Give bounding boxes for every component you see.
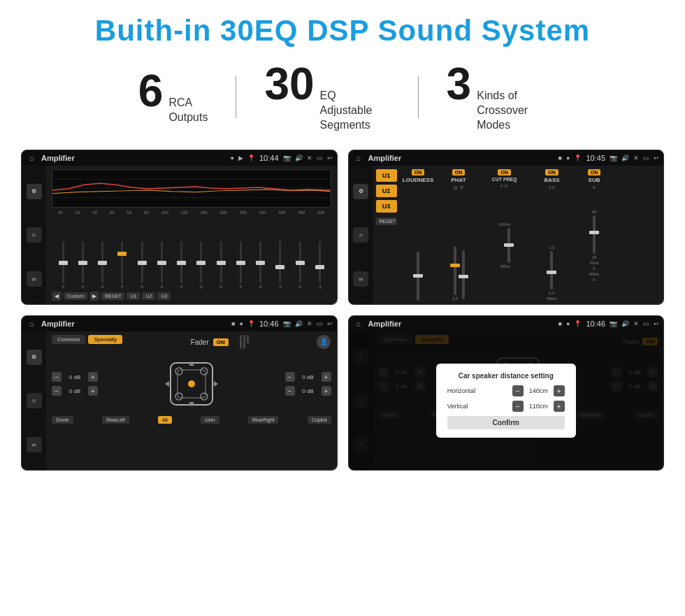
person-icon-btn[interactable]: 👤	[317, 335, 331, 349]
cx-icon-2[interactable]: ≋	[353, 227, 368, 243]
rect-icon-2: ▭	[643, 155, 649, 162]
fd-icon-3[interactable]: ⇄	[27, 437, 42, 452]
screen2-title: Amplifier	[368, 154, 554, 162]
eq-icon-1[interactable]: ⚙	[27, 184, 42, 199]
eq-slider-1[interactable]: 0	[57, 241, 68, 289]
dot-icon-3: ●	[240, 320, 243, 327]
eq-screen: ⚙ ≋ ⇄	[22, 166, 337, 304]
back-icon-4[interactable]: ↩	[654, 320, 659, 327]
cutfreq-slider[interactable]	[507, 228, 510, 263]
u3-crossover-btn[interactable]: U3	[376, 200, 397, 213]
u1-crossover-btn[interactable]: U1	[376, 169, 397, 182]
channel-sub: ON SUB G 20	[575, 169, 614, 301]
copilot-btn-3[interactable]: Copilot	[308, 416, 331, 424]
rearright-btn-3[interactable]: RearRight	[248, 416, 279, 424]
crossover-reset-btn[interactable]: RESET	[376, 217, 397, 225]
fd-icon-2[interactable]: ≋	[27, 393, 42, 408]
pin-icon-3: 📍	[247, 320, 255, 327]
phat-f-slider[interactable]	[462, 250, 465, 299]
eq-slider-7[interactable]: 0	[176, 241, 187, 289]
fader-on-badge: ON	[213, 338, 229, 346]
eq-slider-9[interactable]: 0	[215, 241, 226, 289]
eq-slider-14[interactable]: -1	[314, 241, 325, 289]
screen3-time: 10:46	[259, 320, 279, 328]
eq-slider-8[interactable]: 0	[196, 241, 207, 289]
cx-icon-1[interactable]: ⚙	[353, 184, 368, 199]
horizontal-plus-btn[interactable]: +	[554, 385, 565, 396]
sub-slider[interactable]	[593, 215, 596, 254]
left-top-minus[interactable]: −	[52, 372, 62, 382]
rearleft-btn-3[interactable]: RearLeft	[102, 416, 129, 424]
eq-slider-12[interactable]: -1	[275, 241, 286, 289]
right-top-minus[interactable]: −	[285, 372, 295, 382]
left-bot-minus[interactable]: −	[52, 386, 62, 396]
home-icon-3[interactable]: ⌂	[26, 318, 37, 329]
stat-crossover: 3 Kinds of Crossover Modes	[419, 62, 575, 132]
home-icon-2[interactable]: ⌂	[353, 152, 364, 164]
crossover-channels: ON LOUDNESS	[399, 169, 661, 301]
u2-btn[interactable]: U2	[142, 292, 155, 300]
reset-btn-1[interactable]: RESET	[101, 292, 124, 300]
cx-icon-3[interactable]: ⇄	[353, 271, 368, 287]
x-icon-3[interactable]: ✕	[307, 320, 312, 327]
u2-crossover-btn[interactable]: U2	[376, 185, 397, 197]
next-btn[interactable]: ▶	[89, 292, 99, 301]
u3-btn[interactable]: U3	[157, 292, 171, 300]
right-bot-plus[interactable]: +	[322, 386, 331, 396]
vertical-plus-btn[interactable]: +	[554, 401, 565, 412]
crossover-screen: ⚙ ≋ ⇄ U1 U2 U3 RESET	[349, 166, 664, 304]
back-icon-1[interactable]: ↩	[327, 155, 333, 162]
u1-btn[interactable]: U1	[127, 292, 140, 300]
screens-grid: ⌂ Amplifier ● ▶ 📍 10:44 📷 🔊 ✕ ▭ ↩ ⚙ ≋	[21, 150, 664, 471]
eq-slider-10[interactable]: 0	[235, 241, 246, 289]
bass-name: BASS	[544, 177, 559, 183]
fader-label: Fader	[191, 338, 209, 346]
phat-g-slider[interactable]	[454, 246, 456, 295]
screen3-wrapper: ⌂ Amplifier ■ ● 📍 10:46 📷 🔊 ✕ ▭ ↩ ⚙ ≋	[21, 315, 338, 471]
horizontal-minus-btn[interactable]: −	[512, 385, 524, 396]
right-bot-minus[interactable]: −	[285, 386, 295, 396]
x-icon-4[interactable]: ✕	[633, 320, 639, 327]
back-icon-2[interactable]: ↩	[654, 155, 659, 162]
driver-btn-3[interactable]: Driver	[52, 416, 73, 424]
eq-slider-6[interactable]: 0	[156, 241, 167, 289]
custom-btn[interactable]: Custom	[64, 292, 87, 300]
vertical-minus-btn[interactable]: −	[512, 401, 524, 412]
stats-row: 6 RCA Outputs 30 EQ Adjustable Segments …	[21, 62, 664, 132]
screen4-title: Amplifier	[368, 320, 554, 328]
loudness-slider[interactable]	[417, 252, 419, 301]
left-vol-col: − 0 dB + − 0 dB +	[52, 372, 98, 396]
confirm-button[interactable]: Confirm	[447, 416, 565, 429]
user-btn-3[interactable]: User	[201, 416, 219, 424]
bass-slider[interactable]	[550, 251, 553, 289]
common-tab[interactable]: Common	[52, 335, 85, 344]
phat-on: ON	[452, 169, 466, 176]
left-bot-plus[interactable]: +	[88, 386, 98, 396]
eq-slider-5[interactable]: 0	[136, 241, 147, 289]
home-icon-1[interactable]: ⌂	[26, 152, 37, 164]
fd-icon-1[interactable]: ⚙	[27, 350, 42, 365]
eq-slider-4[interactable]: 5	[117, 241, 128, 289]
eq-slider-13[interactable]: 0	[294, 241, 305, 289]
eq-slider-2[interactable]: 0	[77, 241, 88, 289]
x-icon-2[interactable]: ✕	[633, 155, 639, 162]
eq-icon-3[interactable]: ⇄	[27, 271, 42, 287]
eq-slider-3[interactable]: 0	[97, 241, 108, 289]
dot-icon-4: ●	[566, 320, 570, 327]
x-icon-1[interactable]: ✕	[307, 155, 312, 162]
bottom-btns-3: Driver RearLeft All User RearRight Copil…	[52, 416, 331, 424]
eq-icon-2[interactable]: ≋	[27, 227, 42, 243]
all-btn-3[interactable]: All	[158, 416, 172, 424]
stat-rca: 6 RCA Outputs	[110, 69, 236, 125]
back-icon-3[interactable]: ↩	[327, 320, 333, 327]
specialty-tab[interactable]: Specialty	[88, 335, 122, 344]
eq-slider-11[interactable]: 0	[255, 241, 266, 289]
eq-track-1	[62, 241, 64, 283]
stat-desc-eq: EQ Adjustable Segments	[320, 89, 390, 132]
left-top-plus[interactable]: +	[88, 372, 98, 382]
stat-desc-rca: RCA Outputs	[168, 96, 208, 125]
dot-icon-1: ●	[231, 155, 234, 162]
home-icon-4[interactable]: ⌂	[353, 318, 364, 329]
prev-btn[interactable]: ◀	[52, 292, 62, 301]
right-top-plus[interactable]: +	[322, 372, 331, 382]
